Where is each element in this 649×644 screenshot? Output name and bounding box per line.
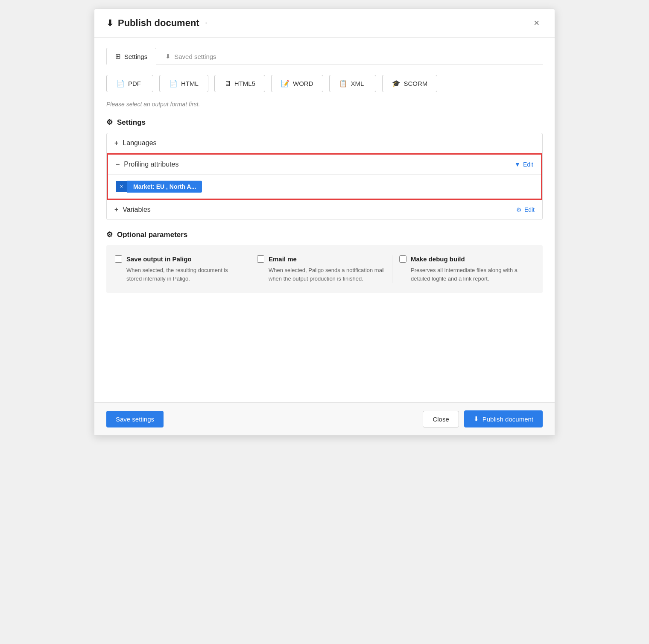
email-me-header: Email me — [257, 255, 385, 263]
helper-text: Please select an output format first. — [106, 101, 543, 108]
html-icon: 📄 — [169, 79, 178, 88]
variables-edit-label: Edit — [524, 206, 535, 213]
dialog-header: ⬇ Publish document · × — [94, 9, 555, 38]
html5-label: HTML5 — [234, 80, 255, 87]
scorm-label: SCORM — [404, 80, 428, 87]
settings-heading-label: Settings — [117, 118, 146, 127]
variables-edit-button[interactable]: ⚙ Edit — [516, 206, 535, 213]
profiling-label: Profiling attributes — [124, 161, 178, 168]
languages-label: Languages — [123, 139, 156, 147]
optional-item-email-me: Email me When selected, Paligo sends a n… — [250, 255, 392, 283]
settings-tab-label: Settings — [124, 53, 147, 60]
variables-gear-icon: ⚙ — [516, 206, 522, 213]
settings-heading-icon: ⚙ — [106, 118, 113, 127]
word-icon: 📝 — [281, 79, 289, 88]
close-dialog-button[interactable]: × — [530, 17, 543, 29]
email-me-checkbox[interactable] — [257, 255, 264, 263]
optional-item-debug-build: Make debug build Preserves all intermedi… — [392, 255, 534, 283]
variables-row-left: + Variables — [114, 206, 151, 214]
word-label: WORD — [293, 80, 313, 87]
debug-build-label: Make debug build — [411, 255, 465, 263]
save-output-label: Save output in Paligo — [126, 255, 192, 263]
debug-build-desc: Preserves all intermediate files along w… — [399, 266, 527, 283]
optional-panel: Save output in Paligo When selected, the… — [106, 245, 543, 293]
format-pdf-button[interactable]: 📄 PDF — [106, 75, 153, 92]
tab-saved-settings[interactable]: ⬇ Saved settings — [156, 48, 225, 64]
tag-label-text: Market: EU , North A... — [127, 181, 202, 193]
save-output-desc: When selected, the resulting document is… — [115, 266, 243, 283]
save-output-header: Save output in Paligo — [115, 255, 243, 263]
format-scorm-button[interactable]: 🎓 SCORM — [382, 75, 438, 92]
saved-settings-tab-label: Saved settings — [174, 53, 216, 60]
languages-row-left: + Languages — [114, 139, 157, 147]
title-separator: · — [205, 20, 207, 26]
footer-right-buttons: Close ⬇ Publish document — [423, 410, 543, 427]
variables-expand-icon: + — [114, 206, 118, 214]
dialog-title: ⬇ Publish document · — [106, 18, 207, 29]
optional-heading-icon: ⚙ — [106, 230, 113, 239]
publish-document-button[interactable]: ⬇ Publish document — [464, 410, 543, 427]
profiling-edit-label: Edit — [523, 161, 533, 168]
profiling-header: − Profiling attributes ▼ Edit — [108, 155, 541, 175]
save-settings-button[interactable]: Save settings — [106, 411, 164, 427]
format-word-button[interactable]: 📝 WORD — [271, 75, 323, 92]
settings-panel: + Languages − Profiling attributes ▼ Edi… — [106, 133, 543, 220]
publish-btn-label: Publish document — [482, 416, 533, 423]
settings-section-heading: ⚙ Settings — [106, 118, 543, 127]
debug-build-header: Make debug build — [399, 255, 527, 263]
email-me-desc: When selected, Paligo sends a notificati… — [257, 266, 385, 283]
dialog-body: ⊞ Settings ⬇ Saved settings 📄 PDF 📄 HTML… — [94, 38, 555, 402]
save-output-checkbox[interactable] — [115, 255, 122, 263]
variables-label: Variables — [123, 206, 151, 214]
profiling-attributes-section: − Profiling attributes ▼ Edit × Market: … — [107, 153, 542, 200]
tabs-container: ⊞ Settings ⬇ Saved settings — [106, 48, 543, 64]
format-html-button[interactable]: 📄 HTML — [159, 75, 208, 92]
scorm-icon: 🎓 — [392, 79, 401, 88]
dialog-footer: Save settings Close ⬇ Publish document — [94, 402, 555, 435]
optional-parameters-section: ⚙ Optional parameters Save output in Pal… — [106, 230, 543, 293]
publish-document-dialog: ⬇ Publish document · × ⊞ Settings ⬇ Save… — [94, 9, 555, 436]
variables-row[interactable]: + Variables ⚙ Edit — [107, 200, 542, 220]
debug-build-checkbox[interactable] — [399, 255, 406, 263]
profiling-edit-button[interactable]: ▼ Edit — [515, 161, 533, 168]
email-me-label: Email me — [269, 255, 297, 263]
tag-remove-button[interactable]: × — [116, 181, 127, 192]
optional-item-save-output: Save output in Paligo When selected, the… — [115, 255, 250, 283]
profiling-content: × Market: EU , North A... — [108, 175, 541, 199]
dialog-title-text: Publish document — [118, 18, 199, 29]
pdf-icon: 📄 — [116, 79, 125, 88]
optional-heading-label: Optional parameters — [117, 231, 187, 239]
settings-tab-icon: ⊞ — [115, 53, 121, 60]
publish-icon: ⬇ — [106, 18, 114, 28]
profiling-tag: × Market: EU , North A... — [116, 181, 202, 193]
xml-label: XML — [351, 80, 364, 87]
profiling-row-left: − Profiling attributes — [116, 161, 178, 168]
close-button[interactable]: Close — [423, 411, 459, 427]
html-label: HTML — [181, 80, 199, 87]
html5-icon: 🖥 — [224, 80, 231, 88]
format-html5-button[interactable]: 🖥 HTML5 — [214, 75, 265, 92]
tab-settings[interactable]: ⊞ Settings — [106, 48, 156, 64]
xml-icon: 📋 — [339, 79, 348, 88]
optional-heading: ⚙ Optional parameters — [106, 230, 543, 239]
format-xml-button[interactable]: 📋 XML — [329, 75, 376, 92]
languages-expand-icon: + — [114, 139, 118, 147]
publish-btn-icon: ⬇ — [474, 415, 479, 423]
profiling-collapse-icon: − — [116, 161, 120, 168]
tag-value: EU , North A... — [156, 183, 196, 190]
tag-key: Market: — [133, 183, 155, 190]
saved-settings-tab-icon: ⬇ — [165, 53, 171, 60]
pdf-label: PDF — [128, 80, 141, 87]
filter-icon: ▼ — [515, 161, 520, 168]
languages-row[interactable]: + Languages — [107, 133, 542, 153]
format-buttons-group: 📄 PDF 📄 HTML 🖥 HTML5 📝 WORD 📋 XML 🎓 — [106, 75, 543, 92]
